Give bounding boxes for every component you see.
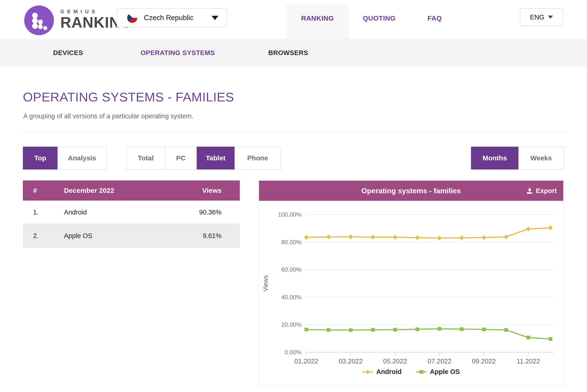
- toggle-total[interactable]: Total: [126, 147, 165, 170]
- table-row[interactable]: 1. Android 90.36%: [23, 200, 240, 224]
- period-toggle-group: Months Weeks: [471, 147, 564, 170]
- x-tick-label: 07.2022: [428, 358, 452, 365]
- toggle-pc[interactable]: PC: [165, 147, 197, 170]
- chart-panel: Operating systems - families Export 0.00…: [259, 180, 564, 386]
- toggle-analysis[interactable]: Analysis: [57, 147, 107, 170]
- row-name: Apple OS: [64, 232, 180, 240]
- y-tick-label: 100.00%: [278, 211, 301, 218]
- android-line: [306, 228, 551, 238]
- nav-item-ranking[interactable]: RANKING: [286, 4, 349, 39]
- row-views: 9.61%: [180, 232, 240, 240]
- column-header-rank: #: [23, 187, 64, 194]
- page-title: OPERATING SYSTEMS - FAMILIES: [23, 90, 234, 104]
- gemius-ranking-logo[interactable]: GEMIUS RANKING: [24, 6, 132, 35]
- device-toggle-group: Total PC Tablet Phone: [126, 147, 281, 170]
- apple-os-line: [306, 329, 551, 339]
- android-legend-marker-icon: [363, 369, 373, 375]
- page-subtitle: A grouping of all versions of a particul…: [23, 112, 193, 120]
- y-tick-label: 40.00%: [281, 294, 301, 300]
- toggle-tablet[interactable]: Tablet: [197, 147, 235, 170]
- mode-toggle-group: Top Analysis: [23, 147, 107, 170]
- line-chart: 0.00%20.00%40.00%60.00%80.00%100.00%01.2…: [259, 201, 563, 386]
- x-tick-label: 09.2022: [472, 358, 496, 365]
- language-selector[interactable]: ENG: [520, 8, 563, 26]
- y-tick-label: 60.00%: [281, 266, 301, 273]
- divider: [19, 132, 568, 132]
- legend-item-apple-os[interactable]: Apple OS: [416, 368, 460, 376]
- chart-title: Operating systems - families: [361, 187, 461, 195]
- apple-os-legend-marker-icon: [416, 369, 427, 375]
- row-name: Android: [64, 208, 180, 216]
- y-tick-label: 20.00%: [281, 321, 301, 328]
- nav-item-quoting[interactable]: QUOTING: [356, 4, 402, 39]
- ranking-table: # December 2022 Views 1. Android 90.36% …: [23, 180, 240, 248]
- nav-item-faq[interactable]: FAQ: [420, 4, 450, 39]
- export-label: Export: [536, 187, 557, 195]
- chart-legend: AndroidApple OS: [259, 368, 563, 376]
- column-header-views: Views: [180, 187, 240, 194]
- caret-down-icon: [211, 16, 218, 20]
- column-header-month: December 2022: [64, 187, 180, 194]
- gemius-ranking-page: GEMIUS RANKING Czech Republic RANKING: [0, 0, 587, 392]
- export-button[interactable]: Export: [526, 181, 557, 201]
- chart-header: Operating systems - families Export: [259, 181, 563, 201]
- toggle-months[interactable]: Months: [471, 147, 519, 170]
- language-value: ENG: [530, 14, 545, 21]
- download-icon: [526, 187, 533, 194]
- toggle-top[interactable]: Top: [23, 147, 57, 170]
- table-header-row: # December 2022 Views: [23, 180, 240, 200]
- x-tick-label: 01.2022: [294, 358, 318, 365]
- controls-row: Top Analysis Total PC Tablet Phone Month…: [23, 147, 564, 170]
- czech-flag-icon: [127, 12, 137, 23]
- chart-body: 0.00%20.00%40.00%60.00%80.00%100.00%01.2…: [259, 201, 563, 386]
- row-rank: 2.: [23, 232, 64, 240]
- legend-item-android[interactable]: Android: [363, 368, 402, 376]
- caret-down-icon: [548, 16, 553, 19]
- subnav-item-browsers[interactable]: BROWSERS: [268, 39, 308, 67]
- top-bar: GEMIUS RANKING Czech Republic RANKING: [0, 0, 587, 39]
- row-rank: 1.: [23, 208, 64, 216]
- y-axis-title: Views: [262, 275, 269, 292]
- x-tick-label: 05.2022: [383, 358, 407, 365]
- section-nav: DEVICES OPERATING SYSTEMS BROWSERS: [0, 39, 587, 67]
- x-tick-label: 11.2022: [517, 358, 540, 365]
- subnav-item-operating-systems[interactable]: OPERATING SYSTEMS: [140, 39, 215, 67]
- toggle-weeks[interactable]: Weeks: [518, 147, 564, 170]
- table-row[interactable]: 2. Apple OS 9.61%: [23, 224, 240, 248]
- country-selector-value: Czech Republic: [144, 14, 205, 22]
- gemius-logo-icon: [24, 6, 54, 35]
- y-tick-label: 80.00%: [281, 239, 301, 246]
- toggle-phone[interactable]: Phone: [234, 147, 281, 170]
- row-views: 90.36%: [180, 208, 240, 216]
- y-tick-label: 0.00%: [285, 349, 301, 356]
- legend-label: Apple OS: [430, 368, 460, 376]
- country-selector[interactable]: Czech Republic: [117, 8, 227, 28]
- legend-label: Android: [376, 368, 402, 376]
- x-tick-label: 03.2022: [339, 358, 363, 365]
- subnav-item-devices[interactable]: DEVICES: [53, 39, 83, 67]
